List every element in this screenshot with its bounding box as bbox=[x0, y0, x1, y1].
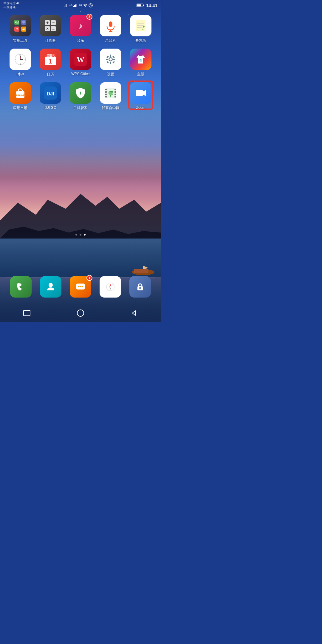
svg-point-96 bbox=[80, 286, 81, 287]
app-wps[interactable]: W WPS Office bbox=[68, 49, 93, 77]
svg-rect-68 bbox=[113, 59, 115, 60]
app-calculator-icon-wrap: + − × = bbox=[40, 15, 61, 36]
svg-text:12: 12 bbox=[19, 54, 21, 56]
wps-icon: W bbox=[70, 49, 91, 70]
app-music-icon-wrap: ♪ 3 bbox=[70, 15, 91, 36]
wifi-icon bbox=[83, 3, 88, 7]
carrier1: 中国电信 4G bbox=[4, 1, 20, 5]
status-right: 14:41 bbox=[137, 3, 157, 8]
page-dot-3 bbox=[84, 234, 86, 236]
svg-rect-19 bbox=[143, 5, 144, 6]
svg-rect-91 bbox=[136, 90, 143, 96]
zoom-label: Zoom bbox=[136, 106, 145, 110]
clock-icon: 12 3 6 9 bbox=[10, 49, 31, 70]
app-row-1: FM ⏱ ◉ 实用工具 + bbox=[7, 15, 154, 43]
signal-icon2 bbox=[73, 3, 78, 7]
svg-text:◉: ◉ bbox=[22, 27, 25, 31]
svg-rect-41 bbox=[136, 20, 145, 31]
svg-text:+: + bbox=[46, 20, 49, 25]
carrier-info: 中国电信 4G 中国移动 bbox=[4, 1, 20, 10]
svg-rect-65 bbox=[110, 55, 111, 57]
battery-icon bbox=[137, 3, 144, 7]
nav-bar bbox=[0, 304, 161, 322]
svg-point-93 bbox=[49, 283, 53, 287]
svg-rect-85 bbox=[114, 89, 116, 90]
recorder-icon bbox=[100, 15, 121, 36]
svg-text:−: − bbox=[52, 20, 55, 25]
svg-text:星期六: 星期六 bbox=[46, 54, 55, 57]
svg-rect-70 bbox=[112, 56, 115, 58]
app-row-3: HUAWEI 应用市场 DJI DJI GO bbox=[7, 82, 154, 111]
nav-home[interactable] bbox=[74, 306, 87, 320]
page-dots bbox=[0, 234, 161, 236]
app-settings-icon-wrap bbox=[100, 49, 121, 70]
nav-back[interactable] bbox=[128, 306, 141, 320]
svg-text:DJI: DJI bbox=[47, 91, 54, 96]
phonemanager-icon: + bbox=[70, 82, 91, 104]
selflearning-label: 我要自学网 bbox=[102, 106, 120, 111]
app-theme-icon-wrap: 👕 bbox=[130, 49, 151, 70]
app-music[interactable]: ♪ 3 音乐 bbox=[68, 15, 93, 43]
app-phonemanager[interactable]: + 手机管家 bbox=[68, 82, 93, 111]
calculator-label: 计算器 bbox=[45, 38, 56, 43]
svg-text:HUAWEI: HUAWEI bbox=[15, 94, 26, 97]
app-calendar[interactable]: 星期六 1 日历 bbox=[38, 49, 63, 77]
svg-rect-86 bbox=[114, 91, 116, 93]
utility-label: 实用工具 bbox=[13, 38, 27, 43]
phone-icon bbox=[16, 281, 26, 292]
svg-point-55 bbox=[20, 59, 21, 60]
svg-point-106 bbox=[77, 310, 84, 316]
app-settings[interactable]: 设置 bbox=[98, 49, 123, 77]
dock-contacts[interactable] bbox=[40, 276, 61, 298]
app-recorder-icon-wrap bbox=[100, 15, 121, 36]
dock-phone[interactable] bbox=[10, 276, 32, 298]
svg-rect-12 bbox=[75, 4, 76, 7]
app-recorder[interactable]: 录音机 bbox=[98, 15, 123, 43]
app-utility[interactable]: FM ⏱ ◉ 实用工具 bbox=[7, 15, 33, 43]
alarm-icon bbox=[89, 3, 93, 7]
dock: 1 bbox=[0, 273, 161, 301]
theme-icon: 👕 bbox=[130, 49, 151, 70]
svg-point-64 bbox=[109, 58, 112, 61]
clock-label: 时钟 bbox=[17, 72, 24, 77]
zoom-icon bbox=[130, 82, 151, 104]
app-theme[interactable]: 👕 主题 bbox=[128, 49, 154, 77]
svg-rect-9 bbox=[66, 4, 67, 7]
back-icon bbox=[131, 310, 137, 316]
page-dot-1 bbox=[75, 234, 77, 236]
app-zoom[interactable]: Zoom bbox=[128, 82, 154, 111]
svg-marker-5 bbox=[143, 266, 148, 269]
app-clock[interactable]: 12 3 6 9 时钟 bbox=[7, 49, 33, 77]
svg-rect-72 bbox=[112, 61, 115, 64]
dock-messages[interactable]: 1 bbox=[70, 276, 91, 298]
selflearning-icon bbox=[100, 82, 121, 104]
app-dji[interactable]: DJI DJI GO bbox=[38, 82, 63, 111]
svg-text:♪: ♪ bbox=[78, 21, 83, 30]
app-selflearning[interactable]: 我要自学网 bbox=[98, 82, 123, 111]
svg-rect-10 bbox=[73, 6, 74, 7]
home-icon bbox=[77, 309, 84, 317]
svg-rect-6 bbox=[64, 6, 64, 7]
app-wps-icon-wrap: W bbox=[70, 49, 91, 70]
utility-icon: FM ⏱ ◉ bbox=[10, 15, 31, 36]
svg-rect-18 bbox=[137, 4, 141, 7]
app-dji-icon-wrap: DJI bbox=[40, 82, 61, 104]
svg-text:FM: FM bbox=[15, 21, 19, 24]
app-clock-icon-wrap: 12 3 6 9 bbox=[10, 49, 31, 70]
dock-lock[interactable] bbox=[129, 276, 151, 298]
svg-point-104 bbox=[139, 287, 141, 289]
app-huawei-market[interactable]: HUAWEI 应用市场 bbox=[7, 82, 33, 111]
app-notes[interactable]: 备忘录 bbox=[128, 15, 154, 43]
settings-label: 设置 bbox=[107, 72, 114, 77]
app-calculator[interactable]: + − × = 计算器 bbox=[38, 15, 63, 43]
nav-recent-apps[interactable] bbox=[20, 306, 33, 320]
browser-icon bbox=[105, 281, 116, 292]
dji-label: DJI GO bbox=[44, 106, 56, 110]
svg-marker-107 bbox=[132, 311, 135, 315]
dock-browser[interactable] bbox=[100, 276, 121, 298]
svg-rect-83 bbox=[105, 94, 107, 95]
svg-rect-11 bbox=[74, 5, 75, 7]
notes-label: 备忘录 bbox=[135, 38, 146, 43]
svg-rect-8 bbox=[66, 4, 66, 7]
calendar-label: 日历 bbox=[47, 72, 54, 77]
